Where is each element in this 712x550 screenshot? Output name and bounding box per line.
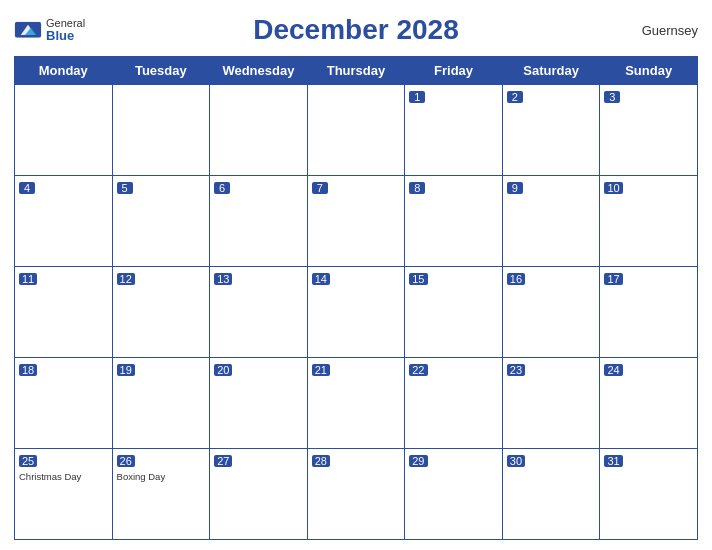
day-number: 9 — [507, 182, 523, 194]
calendar-day-cell: 5 — [112, 176, 210, 267]
calendar-day-cell: 17 — [600, 267, 698, 358]
logo-icon — [14, 21, 42, 37]
day-number: 16 — [507, 273, 525, 285]
calendar-day-cell: 14 — [307, 267, 405, 358]
calendar-day-cell: 28 — [307, 449, 405, 540]
day-number: 24 — [604, 364, 622, 376]
calendar-table: Monday Tuesday Wednesday Thursday Friday… — [14, 56, 698, 540]
calendar-week-row: 25Christmas Day26Boxing Day2728293031 — [15, 449, 698, 540]
calendar-day-cell: 2 — [502, 85, 600, 176]
day-number: 26 — [117, 455, 135, 467]
day-number: 18 — [19, 364, 37, 376]
day-number: 17 — [604, 273, 622, 285]
day-number: 20 — [214, 364, 232, 376]
calendar-day-cell — [210, 85, 308, 176]
calendar-day-cell: 10 — [600, 176, 698, 267]
day-number: 22 — [409, 364, 427, 376]
day-number: 30 — [507, 455, 525, 467]
calendar-day-cell: 8 — [405, 176, 503, 267]
day-number: 8 — [409, 182, 425, 194]
calendar-day-cell: 18 — [15, 358, 113, 449]
calendar-day-cell: 6 — [210, 176, 308, 267]
day-number: 14 — [312, 273, 330, 285]
calendar-day-cell — [15, 85, 113, 176]
calendar-day-cell: 27 — [210, 449, 308, 540]
day-number: 23 — [507, 364, 525, 376]
calendar-day-cell: 23 — [502, 358, 600, 449]
country-label: Guernsey — [642, 23, 698, 38]
weekday-monday: Monday — [15, 57, 113, 85]
calendar-day-cell: 30 — [502, 449, 600, 540]
calendar-day-cell: 22 — [405, 358, 503, 449]
calendar-day-cell — [307, 85, 405, 176]
day-number: 6 — [214, 182, 230, 194]
calendar-day-cell: 20 — [210, 358, 308, 449]
month-year-title: December 2028 — [253, 14, 458, 46]
calendar-week-row: 11121314151617 — [15, 267, 698, 358]
day-number: 1 — [409, 91, 425, 103]
day-number: 15 — [409, 273, 427, 285]
day-number: 4 — [19, 182, 35, 194]
weekday-header-row: Monday Tuesday Wednesday Thursday Friday… — [15, 57, 698, 85]
calendar-day-cell: 21 — [307, 358, 405, 449]
calendar-day-cell: 31 — [600, 449, 698, 540]
logo-text: General Blue — [46, 17, 85, 43]
day-number: 11 — [19, 273, 37, 285]
weekday-tuesday: Tuesday — [112, 57, 210, 85]
day-number: 5 — [117, 182, 133, 194]
calendar-day-cell: 29 — [405, 449, 503, 540]
calendar-day-cell: 12 — [112, 267, 210, 358]
calendar-day-cell: 7 — [307, 176, 405, 267]
calendar-day-cell: 24 — [600, 358, 698, 449]
calendar-day-cell: 4 — [15, 176, 113, 267]
weekday-sunday: Sunday — [600, 57, 698, 85]
calendar-wrapper: General Blue December 2028 Guernsey Mond… — [0, 0, 712, 550]
logo-blue-text: Blue — [46, 29, 74, 43]
calendar-day-cell — [112, 85, 210, 176]
weekday-friday: Friday — [405, 57, 503, 85]
day-number: 28 — [312, 455, 330, 467]
day-event: Christmas Day — [19, 471, 108, 482]
day-event: Boxing Day — [117, 471, 206, 482]
calendar-day-cell: 16 — [502, 267, 600, 358]
logo: General Blue — [14, 17, 85, 43]
day-number: 13 — [214, 273, 232, 285]
day-number: 29 — [409, 455, 427, 467]
day-number: 27 — [214, 455, 232, 467]
day-number: 21 — [312, 364, 330, 376]
day-number: 3 — [604, 91, 620, 103]
weekday-saturday: Saturday — [502, 57, 600, 85]
calendar-day-cell: 26Boxing Day — [112, 449, 210, 540]
calendar-day-cell: 19 — [112, 358, 210, 449]
day-number: 2 — [507, 91, 523, 103]
day-number: 10 — [604, 182, 622, 194]
day-number: 31 — [604, 455, 622, 467]
calendar-day-cell: 25Christmas Day — [15, 449, 113, 540]
calendar-title: December 2028 — [253, 14, 458, 46]
calendar-day-cell: 9 — [502, 176, 600, 267]
weekday-thursday: Thursday — [307, 57, 405, 85]
day-number: 7 — [312, 182, 328, 194]
calendar-week-row: 123 — [15, 85, 698, 176]
calendar-header: General Blue December 2028 Guernsey — [14, 10, 698, 50]
calendar-week-row: 18192021222324 — [15, 358, 698, 449]
calendar-day-cell: 1 — [405, 85, 503, 176]
day-number: 12 — [117, 273, 135, 285]
calendar-week-row: 45678910 — [15, 176, 698, 267]
day-number: 19 — [117, 364, 135, 376]
calendar-day-cell: 11 — [15, 267, 113, 358]
calendar-day-cell: 3 — [600, 85, 698, 176]
calendar-day-cell: 13 — [210, 267, 308, 358]
calendar-day-cell: 15 — [405, 267, 503, 358]
weekday-wednesday: Wednesday — [210, 57, 308, 85]
day-number: 25 — [19, 455, 37, 467]
